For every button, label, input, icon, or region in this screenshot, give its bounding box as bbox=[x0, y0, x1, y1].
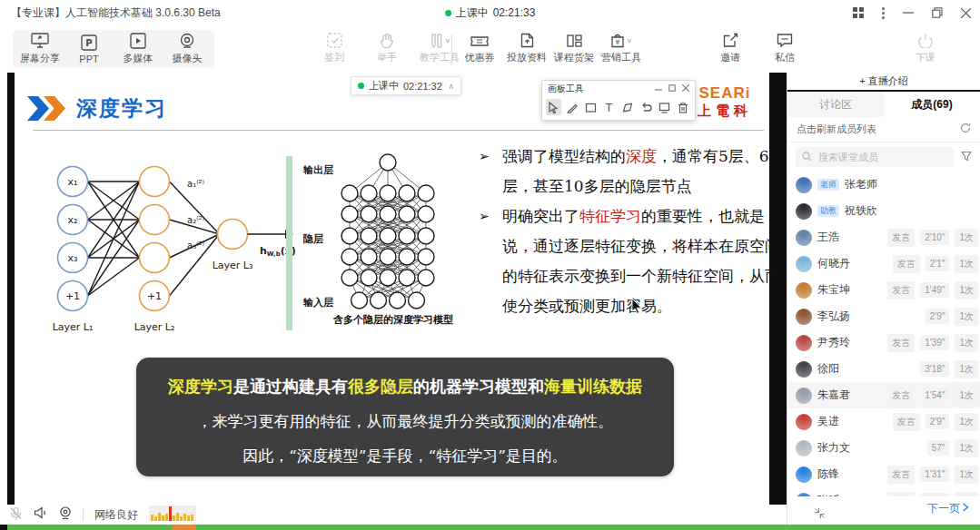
speak-count-chip: 1次 bbox=[955, 360, 978, 378]
member-row: 尹秀玲 发言 1'39" 1次 bbox=[787, 329, 980, 356]
invite-label: 邀请 bbox=[720, 51, 740, 64]
avatar bbox=[796, 493, 812, 497]
collapse-chevron-icon[interactable]: ∧ bbox=[448, 82, 454, 91]
ppt-button[interactable]: P PPT bbox=[69, 33, 109, 65]
member-name: 王浩 bbox=[817, 230, 839, 245]
svg-text:a₃⁽²⁾: a₃⁽²⁾ bbox=[187, 240, 204, 250]
taskbar-strip bbox=[0, 525, 980, 530]
speak-button[interactable]: 发言 bbox=[893, 413, 920, 431]
panel-close-icon[interactable] bbox=[682, 83, 689, 93]
speak-count-chip: 1次 bbox=[955, 466, 978, 484]
teaching-tools-button[interactable]: ˅ 教学工具 bbox=[420, 33, 460, 64]
end-class-button[interactable]: 下课 bbox=[906, 33, 945, 64]
floating-timer[interactable]: 上课中 02:21:32 ∧ bbox=[351, 76, 461, 95]
title-bar: 【专业课】人工智能技术基础 3.0.6.30 Beta 上课中 02:21:33 bbox=[0, 0, 980, 25]
pen-tool[interactable] bbox=[564, 99, 579, 115]
materials-button[interactable]: 投放资料 bbox=[507, 33, 547, 64]
filter-funnel-icon[interactable] bbox=[961, 149, 972, 165]
media-button[interactable]: 多媒体 bbox=[118, 33, 158, 65]
rectangle-tool[interactable] bbox=[583, 99, 599, 115]
speak-button[interactable]: 发言 bbox=[887, 281, 915, 299]
raise-hand-icon bbox=[380, 33, 394, 48]
speak-duration-chip: 2'9" bbox=[926, 414, 950, 429]
definition-line: 因此，“深度模型”是手段，“特征学习”是目的。 bbox=[136, 438, 674, 473]
eraser-tool[interactable] bbox=[620, 99, 636, 115]
board-tool[interactable] bbox=[657, 99, 672, 115]
refresh-icon[interactable] bbox=[960, 123, 971, 136]
speak-count-chip: 1次 bbox=[955, 439, 978, 457]
svg-text:+1: +1 bbox=[147, 290, 162, 302]
shelf-button[interactable]: 课程货架 bbox=[554, 33, 594, 64]
member-row: 老师 张老师 bbox=[787, 172, 980, 198]
taskbar-dark-segment bbox=[0, 525, 7, 530]
coupon-icon bbox=[470, 34, 489, 48]
member-row: 何晓丹 发言 2'1" 1次 bbox=[787, 250, 980, 277]
seari-logo: SEARi 上電科 bbox=[698, 85, 752, 118]
next-page-arrow-icon[interactable] bbox=[962, 502, 969, 515]
text-tool[interactable]: T bbox=[601, 99, 617, 115]
speak-button[interactable]: 发言 bbox=[887, 387, 915, 405]
panel-minimize-icon[interactable] bbox=[655, 83, 662, 93]
member-row: 徐阳 3'18" 1次 bbox=[787, 356, 980, 382]
invite-share-icon bbox=[723, 33, 738, 48]
svg-text:x₃: x₃ bbox=[68, 252, 78, 264]
refresh-members-button[interactable]: 点击刷新成员列表 bbox=[787, 117, 980, 142]
more-menu-icon[interactable] bbox=[882, 7, 885, 19]
speak-button[interactable]: 发言 bbox=[887, 334, 915, 352]
member-row: 张力文 57" 1次 bbox=[787, 435, 980, 461]
screen-share-button[interactable]: 屏幕分享 bbox=[20, 33, 60, 65]
apps-grid-icon[interactable] bbox=[853, 7, 864, 18]
camera-button[interactable]: 摄像头 bbox=[167, 33, 207, 65]
minimize-button[interactable] bbox=[903, 7, 914, 18]
tab-members[interactable]: 成员(69) bbox=[884, 92, 980, 117]
speak-button[interactable]: 发言 bbox=[893, 255, 920, 273]
invite-button[interactable]: 邀请 bbox=[710, 33, 750, 64]
dm-label: 私信 bbox=[775, 51, 795, 64]
next-page-link[interactable]: 下一页 bbox=[927, 501, 960, 516]
board-panel-title: 画板工具 bbox=[548, 83, 584, 95]
svg-text:Layer L₃: Layer L₃ bbox=[213, 260, 253, 271]
shelf-icon bbox=[567, 34, 582, 48]
check-in-label: 签到 bbox=[324, 51, 344, 64]
end-class-icon bbox=[918, 33, 933, 48]
speak-button[interactable]: 发言 bbox=[887, 492, 915, 497]
avatar bbox=[796, 230, 812, 246]
coupon-button[interactable]: 优惠券 bbox=[460, 33, 500, 64]
raise-hand-button[interactable]: 举手 bbox=[367, 33, 407, 64]
collapse-panel-icon[interactable] bbox=[814, 506, 826, 523]
member-row: 助教 祝轶欣 bbox=[787, 198, 980, 224]
bottom-divider bbox=[83, 509, 84, 521]
marketing-tools-button[interactable]: ¥˅ 营销工具 bbox=[601, 33, 641, 64]
member-search-box[interactable] bbox=[796, 147, 954, 167]
speak-count-chip: 1次 bbox=[955, 492, 978, 497]
panel-maximize-icon[interactable] bbox=[668, 83, 676, 93]
clear-trash-tool[interactable] bbox=[676, 99, 691, 115]
marketing-tools-icon: ¥ bbox=[610, 33, 625, 48]
microphone-muted-icon[interactable] bbox=[9, 506, 23, 524]
bullet-arrow-icon: ➢ bbox=[479, 142, 490, 172]
undo-tool[interactable] bbox=[638, 99, 654, 115]
screen-share-label: 屏幕分享 bbox=[20, 52, 60, 65]
live-intro-button[interactable]: + 直播介绍 bbox=[787, 73, 980, 92]
ppt-label: PPT bbox=[79, 54, 98, 64]
restore-button[interactable] bbox=[932, 7, 943, 18]
avatar bbox=[796, 203, 812, 220]
pill-status-label: 上课中 bbox=[369, 79, 399, 93]
member-search-input[interactable] bbox=[817, 151, 947, 163]
check-in-button[interactable]: 签到 bbox=[314, 33, 354, 64]
hidden-layer-label: 隐层 bbox=[303, 232, 323, 246]
speak-button[interactable]: 发言 bbox=[887, 466, 915, 484]
media-play-icon bbox=[130, 33, 146, 49]
dm-button[interactable]: 私信 bbox=[765, 33, 805, 64]
member-name: 张力文 bbox=[817, 440, 850, 456]
webcam-icon[interactable] bbox=[59, 506, 72, 524]
close-button[interactable] bbox=[961, 8, 971, 18]
logo-text-en: SEARi bbox=[698, 85, 752, 101]
select-cursor-tool[interactable] bbox=[546, 99, 561, 115]
member-name: 吴进 bbox=[817, 414, 839, 429]
avatar bbox=[796, 361, 812, 378]
tab-discussion[interactable]: 讨论区 bbox=[787, 92, 884, 117]
speaker-icon[interactable] bbox=[34, 506, 48, 523]
teaching-tools-icon bbox=[429, 33, 443, 48]
speak-button[interactable]: 发言 bbox=[887, 229, 915, 247]
